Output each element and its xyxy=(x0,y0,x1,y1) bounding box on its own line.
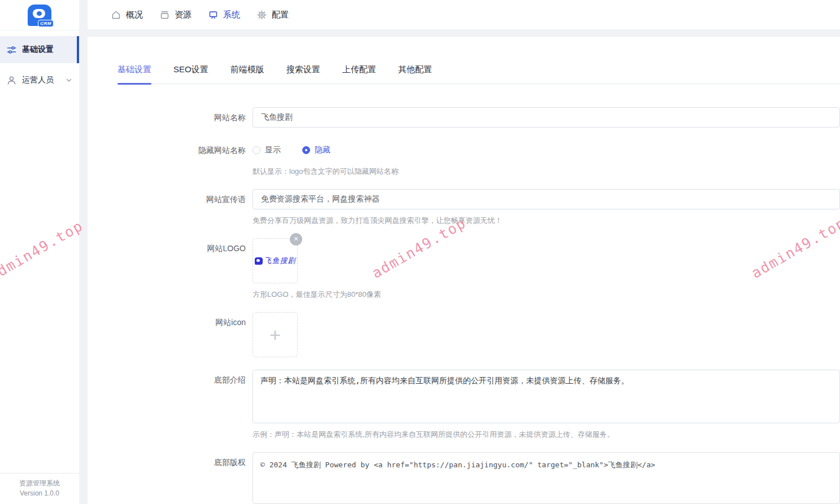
slogan-label: 网站宣传语 xyxy=(117,189,253,226)
sidebar: CRM 基础设置 运营人员 xyxy=(0,0,79,504)
nav-item-overview[interactable]: 概况 xyxy=(111,10,143,20)
tab-other-config[interactable]: 其他配置 xyxy=(398,64,432,84)
home-icon xyxy=(111,10,121,20)
sidebar-item-label: 基础设置 xyxy=(22,45,54,55)
sliders-icon xyxy=(7,45,16,55)
radio-hide[interactable]: 隐藏 xyxy=(302,145,330,155)
form-row-site-icon: 网站icon + xyxy=(117,312,840,357)
top-navigation: 概况 资源 系统 xyxy=(88,0,840,29)
tab-frontend-template[interactable]: 前端模版 xyxy=(230,64,264,84)
sidebar-item-operators[interactable]: 运营人员 xyxy=(0,67,79,94)
tab-basic-settings[interactable]: 基础设置 xyxy=(117,64,151,84)
box-icon xyxy=(160,10,169,20)
nav-item-label: 系统 xyxy=(223,10,240,20)
radio-circle-icon xyxy=(253,146,260,154)
logo-preview: 飞鱼搜剧 xyxy=(255,256,296,266)
nav-item-config[interactable]: 配置 xyxy=(257,10,289,20)
nav-item-label: 配置 xyxy=(272,10,289,20)
footer-intro-textarea[interactable]: 声明：本站是网盘索引系统,所有内容均来自互联网所提供的公开引用资源，未提供资源上… xyxy=(253,370,840,423)
system-name: 资源管理系统 xyxy=(2,479,77,488)
footer-intro-help: 示例：声明：本站是网盘索引系统,所有内容均来自互联网所提供的公开引用资源，未提供… xyxy=(253,430,840,440)
radio-show[interactable]: 显示 xyxy=(253,145,281,155)
site-logo-label: 网站LOGO xyxy=(117,238,253,300)
gear-icon xyxy=(257,10,267,20)
tab-upload-config[interactable]: 上传配置 xyxy=(342,64,376,84)
tab-seo-settings[interactable]: SEO设置 xyxy=(173,64,208,84)
radio-circle-icon xyxy=(302,146,310,154)
nav-item-label: 概况 xyxy=(126,10,143,20)
form-row-site-name: 网站名称 xyxy=(117,107,840,128)
hide-site-name-radio-group: 显示 隐藏 xyxy=(253,140,840,160)
user-icon xyxy=(7,76,16,85)
form-row-footer-intro: 底部介绍 声明：本站是网盘索引系统,所有内容均来自互联网所提供的公开引用资源，未… xyxy=(117,370,840,440)
settings-panel: 基础设置 SEO设置 前端模版 搜索设置 上传配置 其他配置 网站名称 隐藏网站… xyxy=(88,37,840,504)
site-name-input[interactable] xyxy=(253,107,840,128)
sidebar-menu: 基础设置 运营人员 xyxy=(0,36,79,94)
logo-preview-icon xyxy=(255,257,263,265)
tab-search-settings[interactable]: 搜索设置 xyxy=(286,64,320,84)
hide-site-name-label: 隐藏网站名称 xyxy=(117,140,253,177)
form-row-footer-copyright: 底部版权 © 2024 飞鱼搜剧 Powered by <a href="htt… xyxy=(117,452,840,504)
remove-logo-button[interactable]: × xyxy=(290,233,302,246)
site-icon-label: 网站icon xyxy=(117,312,253,357)
form-row-hide-site-name: 隐藏网站名称 显示 隐藏 默认显示：logo包含文字的可以隐藏网站名称 xyxy=(117,140,840,177)
footer-copyright-textarea[interactable]: © 2024 飞鱼搜剧 Powered by <a href="https://… xyxy=(253,452,840,504)
nav-item-label: 资源 xyxy=(175,10,191,20)
nav-item-resources[interactable]: 资源 xyxy=(160,10,191,20)
site-name-label: 网站名称 xyxy=(117,107,253,128)
chevron-down-icon xyxy=(66,77,72,84)
sidebar-footer: 资源管理系统 Version 1.0.0 xyxy=(0,473,79,504)
settings-tabs: 基础设置 SEO设置 前端模版 搜索设置 上传配置 其他配置 xyxy=(117,37,840,84)
icon-upload-box[interactable]: + xyxy=(253,312,298,357)
sidebar-item-basic-settings[interactable]: 基础设置 xyxy=(0,36,79,63)
footer-copyright-label: 底部版权 xyxy=(117,452,253,504)
monitor-icon xyxy=(208,10,218,20)
form-row-site-logo: 网站LOGO × 飞鱼搜剧 方形LOGO，最佳显示尺寸为80*80像素 xyxy=(117,238,840,300)
slogan-input[interactable] xyxy=(253,189,840,209)
logo-badge: CRM xyxy=(38,20,54,27)
basic-settings-form: 网站名称 隐藏网站名称 显示 隐藏 xyxy=(117,84,840,504)
form-row-slogan: 网站宣传语 免费分享百万级网盘资源，致力打造顶尖网盘搜索引擎，让您畅享资源无忧！ xyxy=(117,189,840,226)
crm-logo-icon: CRM xyxy=(28,5,51,26)
slogan-help: 免费分享百万级网盘资源，致力打造顶尖网盘搜索引擎，让您畅享资源无忧！ xyxy=(253,216,840,226)
nav-item-system[interactable]: 系统 xyxy=(208,10,240,20)
sidebar-item-label: 运营人员 xyxy=(22,75,54,85)
footer-intro-label: 底部介绍 xyxy=(117,370,253,440)
app-logo: CRM xyxy=(0,0,79,30)
version-label: Version 1.0.0 xyxy=(2,489,77,498)
hide-site-name-help: 默认显示：logo包含文字的可以隐藏网站名称 xyxy=(253,166,840,177)
site-logo-help: 方形LOGO，最佳显示尺寸为80*80像素 xyxy=(253,290,840,300)
logo-preview-text: 飞鱼搜剧 xyxy=(264,256,296,266)
logo-upload-box[interactable]: × 飞鱼搜剧 xyxy=(253,238,298,283)
plus-icon: + xyxy=(269,325,281,344)
